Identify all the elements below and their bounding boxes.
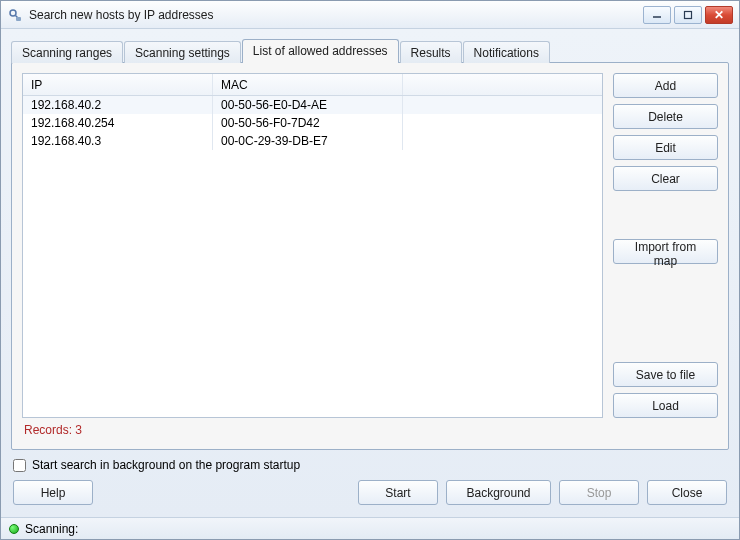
status-bar: Scanning:	[1, 517, 739, 539]
tab-notifications[interactable]: Notifications	[463, 41, 550, 63]
close-button[interactable]: Close	[647, 480, 727, 505]
side-button-column: Add Delete Edit Clear Import from map Sa…	[613, 73, 718, 418]
table-row[interactable]: 192.168.40.254 00-50-56-F0-7D42	[23, 114, 602, 132]
column-header-mac[interactable]: MAC	[213, 74, 403, 95]
window-title: Search new hosts by IP addresses	[29, 8, 643, 22]
footer-button-row: Help Start Background Stop Close	[11, 476, 729, 513]
load-button[interactable]: Load	[613, 393, 718, 418]
start-button[interactable]: Start	[358, 480, 438, 505]
cell-mac: 00-50-56-E0-D4-AE	[213, 96, 403, 114]
clear-button[interactable]: Clear	[613, 166, 718, 191]
help-button[interactable]: Help	[13, 480, 93, 505]
background-button[interactable]: Background	[446, 480, 551, 505]
cell-ip: 192.168.40.254	[23, 114, 213, 132]
tab-pane-allowed-addresses: IP MAC 192.168.40.2 00-50-56-E0-D4-AE 19…	[11, 62, 729, 450]
cell-mac: 00-50-56-F0-7D42	[213, 114, 403, 132]
records-count: Records: 3	[22, 418, 718, 439]
address-table[interactable]: IP MAC 192.168.40.2 00-50-56-E0-D4-AE 19…	[22, 73, 603, 418]
save-to-file-button[interactable]: Save to file	[613, 362, 718, 387]
table-header: IP MAC	[23, 74, 602, 96]
cell-ip: 192.168.40.3	[23, 132, 213, 150]
cell-mac: 00-0C-29-39-DB-E7	[213, 132, 403, 150]
status-text: Scanning:	[25, 522, 78, 536]
import-from-map-button[interactable]: Import from map	[613, 239, 718, 264]
table-body[interactable]: 192.168.40.2 00-50-56-E0-D4-AE 192.168.4…	[23, 96, 602, 417]
titlebar[interactable]: Search new hosts by IP addresses ✕	[1, 1, 739, 29]
table-row[interactable]: 192.168.40.2 00-50-56-E0-D4-AE	[23, 96, 602, 114]
tab-allowed-addresses[interactable]: List of allowed addresses	[242, 39, 399, 63]
column-header-empty	[403, 74, 602, 95]
tab-strip: Scanning ranges Scanning settings List o…	[11, 39, 729, 63]
svg-rect-4	[685, 11, 692, 18]
delete-button[interactable]: Delete	[613, 104, 718, 129]
table-row[interactable]: 192.168.40.3 00-0C-29-39-DB-E7	[23, 132, 602, 150]
maximize-button[interactable]	[674, 6, 702, 24]
status-indicator-icon	[9, 524, 19, 534]
app-icon	[7, 7, 23, 23]
startup-option-row: Start search in background on the progra…	[11, 450, 729, 476]
minimize-button[interactable]	[643, 6, 671, 24]
background-on-startup-checkbox[interactable]	[13, 459, 26, 472]
background-on-startup-label[interactable]: Start search in background on the progra…	[32, 458, 300, 472]
cell-ip: 192.168.40.2	[23, 96, 213, 114]
edit-button[interactable]: Edit	[613, 135, 718, 160]
tab-scanning-ranges[interactable]: Scanning ranges	[11, 41, 123, 63]
close-window-button[interactable]: ✕	[705, 6, 733, 24]
tab-results[interactable]: Results	[400, 41, 462, 63]
window-frame: Search new hosts by IP addresses ✕ Scann…	[0, 0, 740, 540]
add-button[interactable]: Add	[613, 73, 718, 98]
stop-button[interactable]: Stop	[559, 480, 639, 505]
svg-rect-2	[16, 17, 21, 21]
tab-scanning-settings[interactable]: Scanning settings	[124, 41, 241, 63]
svg-point-0	[10, 10, 16, 16]
client-area: Scanning ranges Scanning settings List o…	[1, 29, 739, 517]
column-header-ip[interactable]: IP	[23, 74, 213, 95]
